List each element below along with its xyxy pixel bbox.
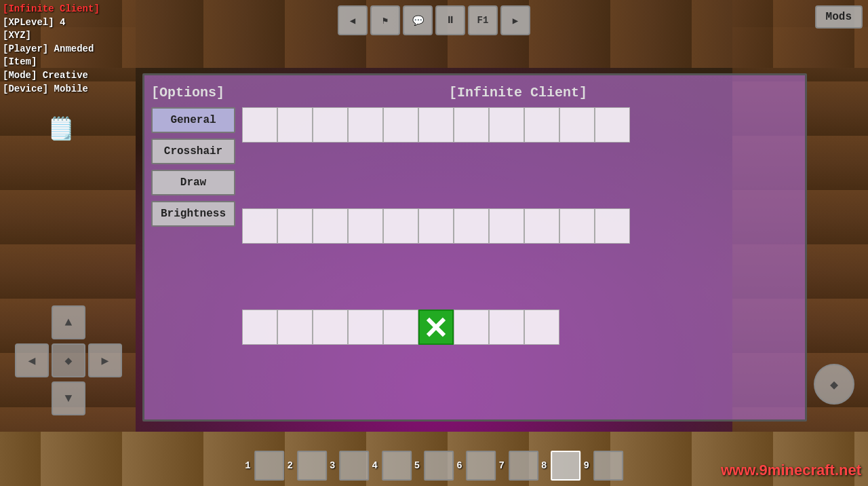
grid-cell-2-0[interactable]	[242, 310, 277, 345]
modal-header: [Options] [Infinite Client]	[151, 82, 798, 100]
hotbar-slot-2[interactable]	[297, 451, 327, 481]
modal-content: General Crosshair Draw Brightness	[151, 107, 798, 411]
grid-cell-0-4[interactable]	[383, 107, 418, 143]
hotbar-slot-8[interactable]	[551, 451, 580, 481]
hotbar-slot-4[interactable]	[382, 451, 412, 481]
hotbar-num-3: 3	[330, 460, 335, 471]
grid-cell-0-2[interactable]	[313, 107, 348, 143]
options-modal: [Options] [Infinite Client] General Cros…	[142, 73, 807, 422]
grid-cell-2-2[interactable]	[313, 310, 348, 345]
debug-title: [Infinite Client]	[3, 3, 100, 16]
grid-cell-2-1[interactable]	[277, 310, 313, 345]
client-title: [Infinite Client]	[238, 85, 798, 100]
grid-cell-2-5-active[interactable]	[418, 310, 454, 345]
grid-cell-0-6[interactable]	[454, 107, 489, 143]
sidebar-general-button[interactable]: General	[151, 107, 235, 133]
grid-cell-2-6[interactable]	[454, 310, 489, 345]
grid-cell-1-9[interactable]	[559, 208, 595, 244]
dpad-center-button[interactable]: ◆	[52, 343, 85, 377]
grid-cell-1-6[interactable]	[454, 208, 489, 244]
grid-area	[242, 107, 798, 411]
grid-cell-0-8[interactable]	[524, 107, 559, 143]
grid-cell-1-3[interactable]	[348, 208, 383, 244]
f1-button[interactable]: F1	[468, 5, 498, 35]
grid-cell-1-1[interactable]	[277, 208, 313, 244]
debug-item: [Item]	[3, 56, 100, 69]
grid-cell-0-5[interactable]	[418, 107, 454, 143]
hotbar-slot-1[interactable]	[255, 451, 285, 481]
hotbar-slot-6[interactable]	[467, 451, 496, 481]
grid-cell-2-3[interactable]	[348, 310, 383, 345]
grid-cell-2-4[interactable]	[383, 310, 418, 345]
hotbar-slot-9[interactable]	[593, 451, 623, 481]
mods-button[interactable]: Mods	[815, 5, 863, 29]
dpad-up-button[interactable]: ▲	[52, 305, 85, 339]
grid-cell-0-9[interactable]	[559, 107, 595, 143]
dpad-right-button[interactable]: ▶	[88, 343, 122, 377]
hotbar-num-2: 2	[288, 460, 293, 471]
dpad: ▲ ◀ ◆ ▶ ▼	[14, 303, 123, 418]
sidebar-draw-button[interactable]: Draw	[151, 170, 235, 195]
grid-cell-2-7[interactable]	[489, 310, 524, 345]
grid-cell-1-7[interactable]	[489, 208, 524, 244]
grid-row-2	[242, 208, 798, 310]
top-hud: ◀ ⚑ 💬 ⏸ F1 ▶	[338, 5, 530, 35]
debug-mode: [Mode] Creative	[3, 69, 100, 83]
dpad-row-bottom: ▼	[14, 380, 123, 417]
dpad-left-button[interactable]: ◀	[15, 343, 49, 377]
hotbar-num-4: 4	[372, 460, 377, 471]
next-button[interactable]: ▶	[500, 5, 530, 35]
item-icon: 🗒️	[47, 115, 75, 143]
grid-row-3	[242, 310, 798, 411]
dpad-down-button[interactable]: ▼	[52, 381, 85, 415]
grid-cell-0-7[interactable]	[489, 107, 524, 143]
options-title: [Options]	[151, 85, 224, 100]
hotbar: 1 2 3 4 5 6 7 8 9	[245, 451, 623, 481]
grid-row-1	[242, 107, 798, 208]
flag-button[interactable]: ⚑	[370, 5, 400, 35]
pause-button[interactable]: ⏸	[435, 5, 465, 35]
grid-cell-0-3[interactable]	[348, 107, 383, 143]
grid-cell-2-8[interactable]	[524, 310, 559, 345]
hotbar-num-1: 1	[245, 460, 250, 471]
grid-cell-0-1[interactable]	[277, 107, 313, 143]
debug-xyz: [XYZ]	[3, 29, 100, 43]
x-icon	[425, 316, 448, 339]
grid-cell-0-10[interactable]	[595, 107, 630, 143]
hotbar-num-6: 6	[456, 460, 462, 471]
hotbar-num-5: 5	[414, 460, 420, 471]
sidebar-brightness-button[interactable]: Brightness	[151, 201, 235, 227]
watermark: www.9minecraft.net	[721, 462, 861, 479]
hotbar-slot-5[interactable]	[424, 451, 454, 481]
grid-cell-1-4[interactable]	[383, 208, 418, 244]
hotbar-slot-3[interactable]	[339, 451, 369, 481]
grid-cell-1-10[interactable]	[595, 208, 630, 244]
sidebar: General Crosshair Draw Brightness	[151, 107, 235, 411]
right-action-button[interactable]: ◆	[814, 364, 854, 405]
hotbar-num-7: 7	[499, 460, 505, 471]
debug-overlay: [Infinite Client] [XPLevel] 4 [XYZ] [Pla…	[3, 3, 100, 96]
debug-xp: [XPLevel] 4	[3, 16, 100, 30]
hotbar-num-8: 8	[541, 460, 547, 471]
dpad-row-top: ▲	[14, 304, 123, 341]
dpad-row-middle: ◀ ◆ ▶	[14, 342, 123, 379]
debug-player: [Player] Anmeded	[3, 43, 100, 56]
chat-button[interactable]: 💬	[403, 5, 433, 35]
debug-device: [Device] Mobile	[3, 83, 100, 96]
hotbar-slot-7[interactable]	[509, 451, 538, 481]
grid-cell-1-2[interactable]	[313, 208, 348, 244]
grid-cell-1-5[interactable]	[418, 208, 454, 244]
sidebar-crosshair-button[interactable]: Crosshair	[151, 138, 235, 164]
grid-cell-1-0[interactable]	[242, 208, 277, 244]
hotbar-num-9: 9	[583, 460, 589, 471]
grid-cell-1-8[interactable]	[524, 208, 559, 244]
prev-button[interactable]: ◀	[338, 5, 368, 35]
grid-cell-0-0[interactable]	[242, 107, 277, 143]
